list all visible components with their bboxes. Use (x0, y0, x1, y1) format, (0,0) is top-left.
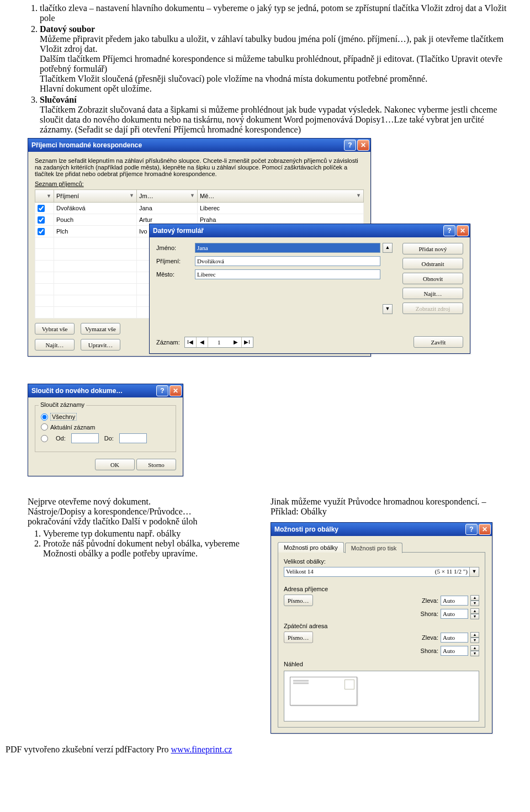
view-source-button[interactable]: Zobrazit zdroj (402, 302, 463, 314)
label-prijmeni: Příjmení: (156, 258, 195, 264)
prev-record-icon[interactable]: ◀ (197, 337, 208, 347)
close-icon[interactable]: ✕ (457, 225, 469, 236)
spin-up-icon[interactable]: ▲ (470, 645, 479, 651)
jmeno-field[interactable] (195, 243, 380, 253)
label-jmeno: Jméno: (156, 245, 195, 251)
row-checkbox[interactable] (38, 228, 45, 235)
select-all-button[interactable]: Vybrat vše (35, 323, 75, 335)
scroll-up-icon[interactable]: ▲ (383, 243, 393, 253)
ret-font-button[interactable]: Písmo… (284, 631, 313, 643)
add-new-button[interactable]: Přidat nový (402, 243, 463, 254)
text-continue: pokračování vždy tlačítko Další v podokn… (28, 517, 265, 527)
close-form-button[interactable]: Zavřít (414, 336, 463, 348)
envelope-dialog: Možnosti pro obálky ? ✕ Možnosti pro obá… (271, 522, 492, 734)
spin-up-icon[interactable]: ▲ (470, 608, 479, 614)
ok-button[interactable]: OK (95, 459, 135, 470)
col-check[interactable]: ▼ (35, 190, 54, 203)
last-record-icon[interactable]: ▶ꓲ (242, 337, 253, 347)
ret-section-label: Zpáteční adresa (284, 623, 479, 629)
pdf-footer: PDF vytvořeno zkušební verzí pdfFactory … (0, 739, 530, 760)
radio-range[interactable] (41, 435, 48, 442)
edit-button[interactable]: Upravit… (81, 339, 120, 351)
find-record-button[interactable]: Najít… (402, 288, 463, 299)
text-path: Nástroje/Dopisy a korespondence/Průvodce… (28, 507, 265, 517)
ret-left-field[interactable] (441, 633, 468, 643)
addr-left-field[interactable] (441, 596, 468, 606)
list-item-2: Datový soubor Můžeme připravit předem ja… (40, 24, 508, 94)
preview-label: Náhled (284, 661, 479, 667)
table-row[interactable]: DvořákováJanaLiberec (35, 203, 364, 214)
help-button[interactable]: ? (156, 385, 168, 396)
merge-title: Sloučit do nového dokume… (31, 387, 123, 395)
radio-current[interactable] (41, 423, 48, 431)
recipients-title: Příjemci hromadné korespondence (31, 141, 142, 149)
recipients-intro: Seznam lze seřadit klepnutím na záhlaví … (35, 157, 364, 177)
clear-all-button[interactable]: Vymazat vše (81, 323, 120, 335)
data-form-dialog: Datový formulář ? ✕ Jméno: Příjmení: M (149, 224, 470, 354)
radio-current-label: Aktuální záznam (50, 424, 95, 431)
col-city[interactable]: ▼Mě… (198, 190, 364, 203)
to-label: Do: (104, 435, 114, 442)
help-button[interactable]: ? (344, 140, 356, 151)
form-title: Datový formulář (153, 227, 204, 235)
spin-down-icon[interactable]: ▼ (470, 601, 479, 606)
list-item-1: tlačítko zleva – nastavení hlavního doku… (40, 3, 508, 23)
delete-button[interactable]: Odstranit (402, 258, 463, 269)
row-checkbox[interactable] (38, 205, 45, 212)
list-label: Seznam příjemců: (35, 181, 364, 187)
spin-down-icon[interactable]: ▼ (470, 638, 479, 643)
addr-top-field[interactable] (441, 609, 468, 619)
prijmeni-field[interactable] (195, 256, 380, 266)
text-side: Jinak můžeme využít Průvodce hromadnou k… (271, 497, 508, 517)
help-button[interactable]: ? (465, 524, 478, 535)
next-record-icon[interactable]: ▶ (230, 337, 242, 347)
li3-body: Tlačítkem Zobrazit slučovaná data a šipk… (40, 105, 497, 134)
envelope-preview (284, 671, 479, 721)
tab-print-options[interactable]: Možnosti pro tisk (345, 543, 403, 553)
envelope-size-select[interactable]: Velikost 14(5 × 11 1/2 ") (284, 567, 470, 577)
radio-all[interactable] (41, 413, 48, 421)
addr-section-label: Adresa příjemce (284, 586, 479, 592)
mesto-field[interactable] (195, 269, 380, 279)
envelope-title: Možnosti pro obálky (274, 526, 338, 533)
radio-all-label: Všechny (50, 413, 77, 421)
record-label: Záznam: (156, 339, 180, 346)
record-number-field[interactable] (208, 337, 230, 347)
col-firstname[interactable]: ▼Jm… (137, 190, 198, 203)
addr-font-button[interactable]: Písmo… (284, 595, 313, 606)
spin-down-icon[interactable]: ▼ (470, 651, 479, 656)
scroll-down-icon[interactable]: ▼ (383, 304, 393, 314)
spin-up-icon[interactable]: ▲ (470, 595, 479, 601)
from-label: Od: (56, 435, 66, 442)
ret-left-label: Zleva: (422, 634, 438, 641)
cancel-button[interactable]: Storno (136, 459, 176, 470)
size-label: Velikost obálky: (284, 558, 479, 565)
step-1: Vybereme typ dokumentu např. obálky (43, 529, 265, 539)
step-2: Protože náš původní dokument nebyl obálk… (43, 539, 265, 559)
spin-up-icon[interactable]: ▲ (470, 632, 479, 638)
restore-button[interactable]: Obnovit (402, 273, 463, 284)
close-icon[interactable]: ✕ (169, 385, 182, 396)
close-icon[interactable]: ✕ (479, 524, 491, 535)
li2-body: Můžeme připravit předem jako tabulku a u… (40, 34, 504, 93)
addr-top-label: Shora: (421, 611, 438, 617)
addr-left-label: Zleva: (422, 597, 438, 604)
help-button[interactable]: ? (443, 225, 455, 236)
col-surname[interactable]: ▼Příjmení (54, 190, 137, 203)
chevron-down-icon[interactable]: ▼ (469, 567, 479, 577)
text-open-doc: Nejprve otevřeme nový dokument. (28, 497, 265, 507)
from-field[interactable] (71, 433, 99, 443)
ret-top-field[interactable] (441, 646, 468, 656)
to-field[interactable] (119, 433, 147, 443)
find-button[interactable]: Najít… (35, 339, 75, 351)
row-checkbox[interactable] (38, 216, 45, 224)
spin-down-icon[interactable]: ▼ (470, 614, 479, 619)
ret-top-label: Shora: (421, 648, 438, 654)
merge-dialog: Sloučit do nového dokume… ? ✕ Sloučit zá… (28, 384, 183, 476)
footer-link[interactable]: www.fineprint.cz (171, 745, 232, 754)
first-record-icon[interactable]: ꓲ◀ (185, 337, 197, 347)
close-icon[interactable]: ✕ (357, 140, 369, 151)
tab-envelope-options[interactable]: Možnosti pro obálky (278, 542, 344, 553)
list-item-3: Slučování Tlačítkem Zobrazit slučovaná d… (40, 95, 508, 135)
merge-group-label: Sloučit záznamy (39, 401, 86, 408)
